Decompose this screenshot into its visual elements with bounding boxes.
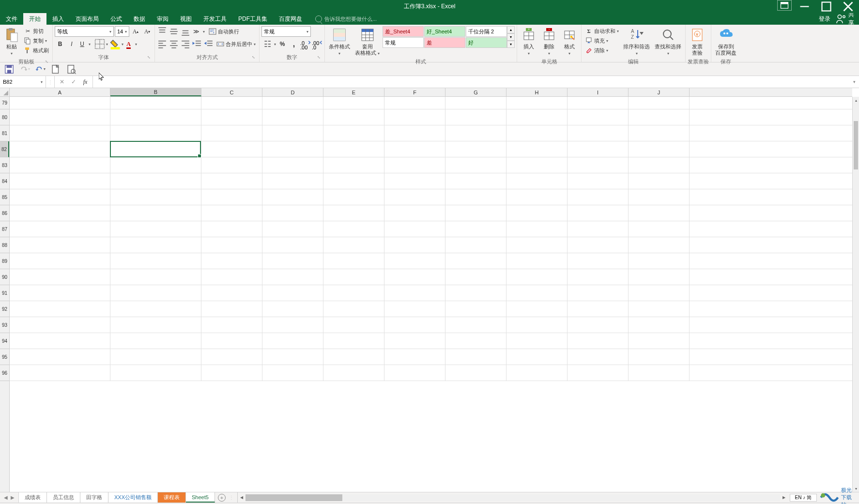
cell-G92[interactable] <box>445 301 506 317</box>
cell-J82[interactable] <box>629 141 690 157</box>
cell-I94[interactable] <box>568 333 629 349</box>
sheet-tab-2[interactable]: 田字格 <box>80 492 108 503</box>
tell-me-search[interactable]: 告诉我您想要做什么... <box>315 13 377 25</box>
col-header-J[interactable]: J <box>629 88 690 96</box>
col-header-E[interactable]: E <box>323 88 384 96</box>
cell-C96[interactable] <box>201 365 262 381</box>
col-header-F[interactable]: F <box>384 88 445 96</box>
sheet-tab-0[interactable]: 成绩表 <box>19 492 47 503</box>
cell-F85[interactable] <box>384 189 445 205</box>
cell-J90[interactable] <box>629 269 690 285</box>
row-header-91[interactable]: 91 <box>0 285 9 301</box>
cell-J96[interactable] <box>629 365 690 381</box>
font-color-button[interactable]: A▾ <box>124 39 139 49</box>
close-button[interactable] <box>837 0 859 13</box>
style-bad-sheet4[interactable]: 差_Sheet4 <box>383 26 424 37</box>
tab-baidu[interactable]: 百度网盘 <box>273 13 308 25</box>
tab-view[interactable]: 视图 <box>174 13 198 25</box>
autosum-button[interactable]: Σ自动求和 ▾ <box>583 26 620 36</box>
cell-D83[interactable] <box>262 157 323 173</box>
sheet-nav-prev[interactable]: ◀ <box>4 495 8 500</box>
formula-input[interactable] <box>93 76 849 88</box>
cell-A85[interactable] <box>10 189 110 205</box>
cell-D92[interactable] <box>262 301 323 317</box>
cell-A82[interactable] <box>10 141 110 157</box>
sheet-tab-3[interactable]: XXX公司销售额 <box>108 492 158 503</box>
cell-F83[interactable] <box>384 157 445 173</box>
cell-C84[interactable] <box>201 173 262 189</box>
row-header-92[interactable]: 92 <box>0 301 9 317</box>
sheet-nav-next[interactable]: ▶ <box>11 495 15 500</box>
cell-F84[interactable] <box>384 173 445 189</box>
cell-B93[interactable] <box>110 317 201 333</box>
wrap-text-button[interactable]: 自动换行 <box>207 27 241 36</box>
gallery-up-button[interactable]: ▴ <box>507 26 515 33</box>
cell-A91[interactable] <box>10 285 110 301</box>
cell-I88[interactable] <box>568 237 629 253</box>
horizontal-scrollbar[interactable] <box>245 494 780 501</box>
cell-I82[interactable] <box>568 141 629 157</box>
col-header-I[interactable]: I <box>568 88 629 96</box>
cell-J89[interactable] <box>629 253 690 269</box>
cell-H80[interactable] <box>506 109 568 125</box>
cell-I79[interactable] <box>568 97 629 109</box>
cell-C95[interactable] <box>201 349 262 365</box>
cell-G86[interactable] <box>445 205 506 221</box>
cell-B87[interactable] <box>110 221 201 237</box>
italic-button[interactable]: I <box>66 39 77 49</box>
tab-formulas[interactable]: 公式 <box>105 13 128 25</box>
cell-B91[interactable] <box>110 285 201 301</box>
row-header-89[interactable]: 89 <box>0 253 9 269</box>
minimize-button[interactable] <box>794 0 815 13</box>
cell-G94[interactable] <box>445 333 506 349</box>
row-header-81[interactable]: 81 <box>0 125 9 141</box>
cell-E94[interactable] <box>323 333 384 349</box>
row-header-95[interactable]: 95 <box>0 349 9 365</box>
cell-A90[interactable] <box>10 269 110 285</box>
tab-home[interactable]: 开始 <box>23 13 46 25</box>
delete-cells-button[interactable]: − 删除▾ <box>539 26 559 57</box>
find-select-button[interactable]: 查找和选择▾ <box>653 26 683 57</box>
cell-C85[interactable] <box>201 189 262 205</box>
fill-color-button[interactable]: ▾ <box>109 39 123 49</box>
conditional-format-button[interactable]: 条件格式▾ <box>327 26 352 57</box>
cell-I89[interactable] <box>568 253 629 269</box>
row-header-80[interactable]: 80 <box>0 109 9 125</box>
cell-G84[interactable] <box>445 173 506 189</box>
cell-H86[interactable] <box>506 205 568 221</box>
sort-filter-button[interactable]: AZ 排序和筛选▾ <box>621 26 652 57</box>
cell-D86[interactable] <box>262 205 323 221</box>
row-header-88[interactable]: 88 <box>0 237 9 253</box>
bold-button[interactable]: B <box>55 39 65 49</box>
cell-J88[interactable] <box>629 237 690 253</box>
align-top-button[interactable] <box>157 26 168 37</box>
cell-F93[interactable] <box>384 317 445 333</box>
hscroll-left-button[interactable]: ◀ <box>238 494 245 502</box>
row-header-79[interactable]: 79 <box>0 97 9 109</box>
cell-I87[interactable] <box>568 221 629 237</box>
font-size-combo[interactable]: 14▾ <box>115 26 129 37</box>
cancel-formula-button[interactable]: ✕ <box>57 77 67 87</box>
cell-H89[interactable] <box>506 253 568 269</box>
row-header-84[interactable]: 84 <box>0 173 9 189</box>
cell-I91[interactable] <box>568 285 629 301</box>
style-good[interactable]: 好 <box>466 37 507 48</box>
cell-G90[interactable] <box>445 269 506 285</box>
cell-D85[interactable] <box>262 189 323 205</box>
cell-J91[interactable] <box>629 285 690 301</box>
cell-I95[interactable] <box>568 349 629 365</box>
cell-H84[interactable] <box>506 173 568 189</box>
cell-A89[interactable] <box>10 253 110 269</box>
decrease-font-button[interactable]: A▾ <box>142 26 153 37</box>
cell-E88[interactable] <box>323 237 384 253</box>
cell-styles-gallery[interactable]: 差_Sheet4 好_Sheet4 千位分隔 2 常规 差 好 <box>383 26 507 48</box>
cell-B83[interactable] <box>110 157 201 173</box>
hscroll-right-button[interactable]: ▶ <box>780 494 788 502</box>
expand-formula-bar[interactable]: ▾ <box>849 76 859 88</box>
format-table-button[interactable]: 套用 表格格式 ▾ <box>353 26 382 57</box>
number-format-combo[interactable]: 常规▾ <box>261 26 311 37</box>
cell-G87[interactable] <box>445 221 506 237</box>
cell-E92[interactable] <box>323 301 384 317</box>
cell-I85[interactable] <box>568 189 629 205</box>
cell-G85[interactable] <box>445 189 506 205</box>
